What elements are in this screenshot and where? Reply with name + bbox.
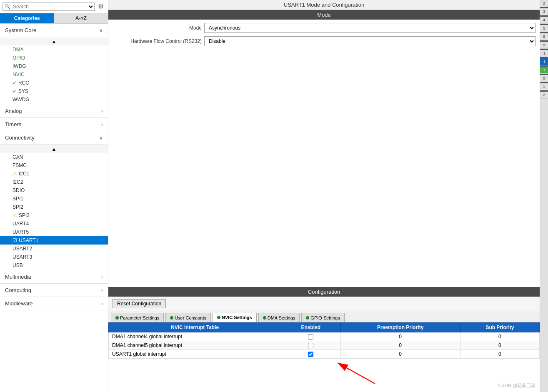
right-bar-item-2b: 2 [540,92,548,99]
section-multimedia-label: Multimedia [5,274,31,280]
right-bar-item-5: 5 [540,25,548,32]
dma-dot-icon [263,316,266,320]
right-bar-item-1d: 1 [540,83,548,90]
spi1-label: SPI1 [13,196,23,202]
sidebar-item-gpio[interactable]: GPIO [0,54,108,62]
rcc-check-icon: ✓ [13,80,17,86]
sidebar-item-usart1[interactable]: ☑ USART1 [0,236,108,245]
search-dropdown[interactable] [86,4,94,10]
section-analog[interactable]: Analog › [0,105,108,118]
scroll-up[interactable]: ▲ [0,38,108,45]
spi3-warning-icon: ⚠ [13,212,17,218]
tab-nvic-settings[interactable]: NVIC Settings [213,313,257,322]
spi3-label: SPI3 [19,212,30,218]
right-scrollbar: 2 3 4 5 6 A :1 :1 :1 0 1 2 [540,0,548,392]
config-title: Configuration [308,289,340,295]
sidebar-item-usb[interactable]: USB [0,261,108,270]
section-computing[interactable]: Computing › [0,284,108,297]
sidebar-item-spi1[interactable]: SPI1 [0,195,108,203]
col-header-enabled: Enabled [281,323,340,332]
sidebar-item-nvic[interactable]: NVIC [0,70,108,79]
iwdg-label: IWDG [13,63,26,69]
section-system-core[interactable]: System Core ∨ [0,24,108,37]
enabled-cell-1[interactable] [281,332,340,341]
sidebar-item-spi2[interactable]: SPI2 [0,203,108,211]
mode-field-row: Mode Asynchronous Synchronous Single Wir… [113,23,535,33]
section-timers[interactable]: Timers › [0,118,108,131]
mode-select[interactable]: Asynchronous Synchronous Single Wire (Ha… [204,23,535,33]
tab-dma-settings[interactable]: DMA Settings [258,313,300,322]
search-input[interactable] [12,3,86,10]
sidebar-item-can[interactable]: CAN [0,153,108,161]
search-box: 🔍 [3,2,95,11]
sub-cell-3: 0 [460,350,539,359]
sidebar-item-sdio[interactable]: SDIO [0,186,108,195]
sidebar-item-uart5[interactable]: UART5 [0,228,108,236]
main-title-bar: USART1 Mode and Configuration [108,0,540,10]
scroll-up-connectivity[interactable]: ▲ [0,145,108,153]
section-analog-label: Analog [5,108,22,114]
sidebar-item-wwdg[interactable]: WWDG [0,95,108,104]
sidebar-item-dma[interactable]: DMA [0,45,108,54]
section-middleware[interactable]: Middleware › [0,297,108,310]
sidebar-item-i2c2[interactable]: I2C2 [0,178,108,186]
section-connectivity[interactable]: Connectivity ∨ [0,131,108,145]
right-bar-item-1a: :1 [540,50,548,57]
enabled-checkbox-1[interactable] [308,334,313,340]
hwflow-select[interactable]: Disable CTS Only RTS Only CTS/RTS [204,36,535,46]
sdio-label: SDIO [13,187,25,193]
sidebar-item-spi3[interactable]: ⚠ SPI3 [0,211,108,220]
sidebar-item-sys[interactable]: ✓ SYS [0,87,108,95]
sidebar-item-usart2[interactable]: USART2 [0,245,108,253]
interrupt-name-1: DMA1 channel4 global interrupt [109,332,281,341]
hwflow-field-row: Hardware Flow Control (RS232) Disable CT… [113,36,535,46]
nvic-label: NVIC [13,72,25,77]
parameter-dot-icon [115,316,119,320]
enabled-cell-3[interactable] [281,350,340,359]
uart4-label: UART4 [13,221,29,227]
reset-config-button[interactable]: Reset Configuration [113,299,166,308]
main-panel: USART1 Mode and Configuration Mode Mode … [108,0,540,392]
gpio-dot-icon [306,316,309,320]
tab-atoz[interactable]: A->Z [54,13,108,23]
sidebar-item-i2c1[interactable]: ⚠ I2C1 [0,170,108,178]
sidebar-item-usart3[interactable]: USART3 [0,253,108,261]
tab-dma-label: DMA Settings [268,315,295,320]
right-bar-item-a: A [540,42,548,49]
col-header-interrupt: NVIC Interrupt Table [109,323,281,332]
table-row: DMA1 channel4 global interrupt 0 0 [109,332,540,341]
table-row: DMA1 channel5 global interrupt 0 0 [109,341,540,350]
rcc-label: RCC [18,80,29,86]
section-multimedia[interactable]: Multimedia › [0,270,108,284]
sidebar-item-iwdg[interactable]: IWDG [0,62,108,70]
arrow-annotation [108,359,540,392]
tab-gpio-settings[interactable]: GPIO Settings [301,313,344,322]
right-bar-item-3: 3 [540,8,548,15]
tab-user-constants[interactable]: User Constants [165,313,211,322]
main-scroll: Mode Mode Asynchronous Synchronous Singl… [108,10,540,392]
enabled-checkbox-2[interactable] [308,343,313,348]
search-icon: 🔍 [3,3,12,10]
right-bar-item-1c: :1 [540,67,548,74]
sys-label: SYS [18,88,28,94]
usart1-check-icon: ☑ [13,237,17,243]
chevron-down-icon: ∨ [99,27,103,33]
fsmc-label: FSMC [13,162,27,168]
sidebar-item-uart4[interactable]: UART4 [0,220,108,228]
nvic-table: NVIC Interrupt Table Enabled Preemption … [108,322,540,359]
tab-parameter-settings[interactable]: Parameter Settings [111,313,164,322]
enabled-cell-2[interactable] [281,341,340,350]
gear-button[interactable]: ⚙ [96,2,105,11]
red-arrow-svg [308,359,392,388]
sidebar-item-fsmc[interactable]: FSMC [0,161,108,170]
col-header-preemption: Preemption Priority [340,323,460,332]
preemption-cell-3: 0 [340,350,460,359]
enabled-checkbox-3[interactable] [308,352,313,357]
col-header-sub: Sub Priority [460,323,539,332]
sub-cell-2: 0 [460,341,539,350]
i2c2-label: I2C2 [13,179,23,185]
tab-categories[interactable]: Categories [0,13,54,23]
right-bar-item-1b: :1 [540,58,548,65]
sidebar-item-rcc[interactable]: ✓ RCC [0,79,108,87]
mode-content: Mode Asynchronous Synchronous Single Wir… [108,20,540,157]
